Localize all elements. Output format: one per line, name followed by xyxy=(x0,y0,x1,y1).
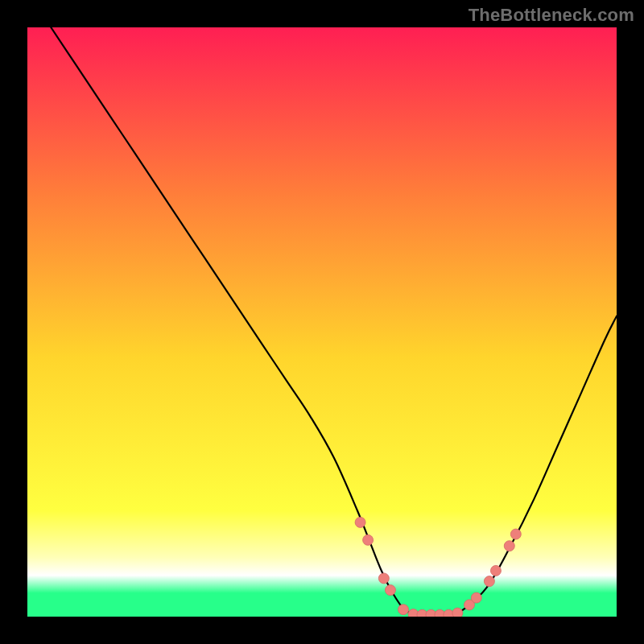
curve-marker xyxy=(385,585,395,596)
curve-marker xyxy=(490,565,501,576)
curve-marker xyxy=(398,605,409,615)
bottleneck-curve-chart xyxy=(27,27,617,617)
chart-container: TheBottleneck.com xyxy=(0,0,644,644)
watermark-text: TheBottleneck.com xyxy=(469,5,634,26)
curve-marker xyxy=(510,529,521,539)
curve-marker xyxy=(471,592,481,603)
curve-marker xyxy=(355,517,365,527)
curve-marker xyxy=(504,541,514,551)
gradient-background xyxy=(27,27,617,617)
curve-marker xyxy=(378,573,389,584)
curve-marker xyxy=(363,535,374,545)
curve-marker xyxy=(484,576,494,587)
curve-marker xyxy=(452,608,463,617)
plot-area xyxy=(27,27,617,617)
